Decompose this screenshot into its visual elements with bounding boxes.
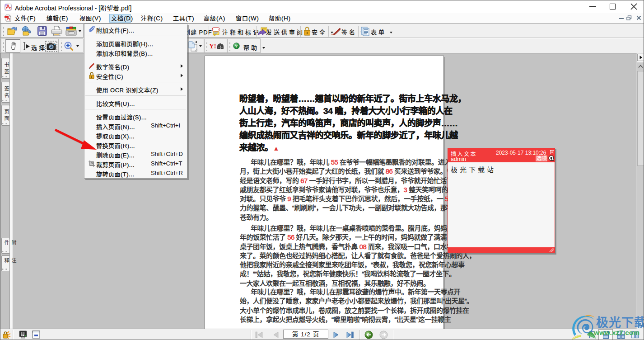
- svg-text:www.xz7.com: www.xz7.com: [593, 329, 639, 336]
- svg-text:Y!: Y!: [209, 42, 216, 50]
- svg-text:极光下载站: 极光下载站: [596, 316, 644, 330]
- svg-text:?: ?: [235, 43, 238, 48]
